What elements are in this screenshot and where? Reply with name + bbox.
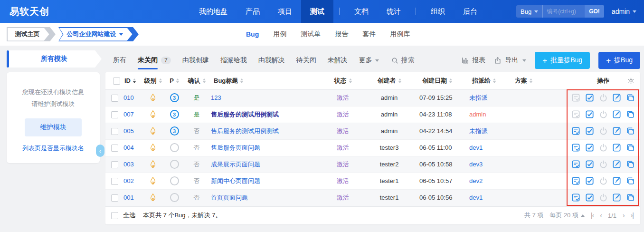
bug-title-link[interactable]: 成果展示页面问题 <box>211 161 260 168</box>
resolve-action-icon[interactable] <box>585 93 594 102</box>
select-all-checkbox[interactable] <box>111 212 118 219</box>
filter-tab[interactable]: 所有 <box>113 56 126 65</box>
edit-action-icon[interactable] <box>612 193 621 202</box>
bug-id-link[interactable]: 007 <box>123 111 134 118</box>
close-action-icon[interactable] <box>599 110 608 119</box>
menu-item[interactable]: 文档 <box>345 0 378 23</box>
close-action-icon[interactable] <box>599 193 608 202</box>
copy-action-icon[interactable] <box>626 160 635 169</box>
confirm-action-icon[interactable] <box>571 93 580 102</box>
batch-create-bug-button[interactable]: 批量提Bug <box>535 52 590 69</box>
copy-action-icon[interactable] <box>626 143 635 152</box>
menu-item[interactable]: 组织 <box>422 0 454 23</box>
close-action-icon[interactable] <box>599 160 608 169</box>
filter-tab[interactable]: 更多 <box>359 56 379 65</box>
menu-item[interactable]: 产品 <box>237 0 269 23</box>
toggle-module-name-link[interactable]: 列表页是否显示模块名 <box>12 144 94 153</box>
settings-gear-icon[interactable] <box>627 77 635 84</box>
menu-item[interactable]: 统计 <box>378 0 410 23</box>
prev-page-button[interactable]: ‹ <box>600 212 602 219</box>
edit-action-icon[interactable] <box>612 176 621 185</box>
sort-icon[interactable] <box>530 78 532 83</box>
resolve-action-icon[interactable] <box>585 126 594 135</box>
user-menu[interactable]: admin <box>612 8 636 15</box>
search-toggle[interactable]: 搜索 <box>391 56 415 65</box>
bug-title-link[interactable]: 售后服务的测试用例测试 <box>211 127 279 135</box>
row-checkbox[interactable] <box>111 161 118 168</box>
test-tab[interactable]: 报告 <box>335 30 348 39</box>
assigned-link[interactable]: dev1 <box>469 144 483 151</box>
menu-item[interactable]: 项目 <box>269 0 301 23</box>
copy-action-icon[interactable] <box>626 110 635 119</box>
resolve-action-icon[interactable] <box>585 110 594 119</box>
edit-action-icon[interactable] <box>612 110 621 119</box>
filter-tab[interactable]: 未解决 <box>328 56 348 65</box>
bug-id-link[interactable]: 003 <box>123 161 134 168</box>
confirm-action-icon[interactable] <box>571 193 580 202</box>
create-bug-button[interactable]: 提Bug <box>598 52 640 69</box>
test-tab[interactable]: 用例 <box>273 30 286 39</box>
test-tab[interactable]: 测试单 <box>301 30 321 39</box>
filter-tab[interactable]: 未关闭7 <box>138 56 171 65</box>
copy-action-icon[interactable] <box>626 93 635 102</box>
sort-icon[interactable] <box>133 78 136 83</box>
assigned-link[interactable]: dev1 <box>469 194 483 201</box>
maintain-module-button[interactable]: 维护模块 <box>25 118 82 136</box>
confirm-action-icon[interactable] <box>571 143 580 152</box>
bug-id-link[interactable]: 005 <box>123 127 134 135</box>
export-button[interactable]: 导出 <box>494 56 526 65</box>
resolve-action-icon[interactable] <box>585 176 594 185</box>
select-all-label[interactable]: 全选 <box>123 211 135 220</box>
module-tab-all[interactable]: 所有模块 <box>7 50 100 68</box>
close-action-icon[interactable] <box>599 143 608 152</box>
row-checkbox[interactable] <box>111 128 118 135</box>
assigned-link[interactable]: 未指派 <box>469 127 488 135</box>
confirm-action-icon[interactable] <box>571 176 580 185</box>
first-page-button[interactable]: |‹ <box>591 212 594 219</box>
sort-icon[interactable] <box>493 78 496 83</box>
sort-icon[interactable] <box>176 78 179 83</box>
sidebar-collapse-handle[interactable]: ‹ <box>96 145 104 157</box>
sort-icon[interactable] <box>240 78 243 83</box>
menu-item[interactable]: 后台 <box>454 0 486 23</box>
edit-action-icon[interactable] <box>612 160 621 169</box>
filter-tab[interactable]: 由我创建 <box>182 56 209 65</box>
copy-action-icon[interactable] <box>626 176 635 185</box>
per-page-selector[interactable]: 每页 20 项 <box>549 211 585 220</box>
resolve-action-icon[interactable] <box>585 143 594 152</box>
copy-action-icon[interactable] <box>626 126 635 135</box>
bug-title-link[interactable]: 123 <box>211 94 221 101</box>
sort-icon[interactable] <box>203 78 206 83</box>
row-checkbox[interactable] <box>111 145 118 152</box>
bug-id-link[interactable]: 004 <box>123 144 134 151</box>
test-tab[interactable]: 套件 <box>362 30 376 39</box>
resolve-action-icon[interactable] <box>585 160 594 169</box>
go-button[interactable]: GO! <box>585 5 604 18</box>
bug-id-link[interactable]: 010 <box>123 94 134 101</box>
bug-title-link[interactable]: 售后服务页面问题 <box>211 144 260 151</box>
row-checkbox[interactable] <box>111 95 118 102</box>
filter-tab[interactable]: 指派给我 <box>220 56 247 65</box>
bug-title-link[interactable]: 售后服务的测试用例测试 <box>211 111 279 118</box>
assigned-link[interactable]: 未指派 <box>469 94 488 101</box>
edit-action-icon[interactable] <box>612 143 621 152</box>
sort-icon[interactable] <box>159 78 162 83</box>
confirm-action-icon[interactable] <box>571 110 580 119</box>
bug-id-link[interactable]: 002 <box>123 177 134 184</box>
confirm-action-icon[interactable] <box>571 126 580 135</box>
filter-tab[interactable]: 待关闭 <box>296 56 316 65</box>
assigned-link[interactable]: admin <box>469 111 486 118</box>
row-checkbox[interactable] <box>111 178 118 185</box>
copy-action-icon[interactable] <box>626 193 635 202</box>
confirm-action-icon[interactable] <box>571 160 580 169</box>
menu-item[interactable]: 测试 <box>301 0 333 23</box>
test-tab[interactable]: 用例库 <box>390 30 410 39</box>
edit-action-icon[interactable] <box>612 126 621 135</box>
app-logo[interactable]: 易软天创 <box>9 5 49 18</box>
close-action-icon[interactable] <box>599 126 608 135</box>
next-page-button[interactable]: › <box>623 212 625 219</box>
assigned-link[interactable]: dev2 <box>469 177 483 184</box>
sort-icon[interactable] <box>449 78 452 83</box>
select-all-checkbox-header[interactable] <box>113 77 120 85</box>
search-input[interactable] <box>543 5 585 18</box>
